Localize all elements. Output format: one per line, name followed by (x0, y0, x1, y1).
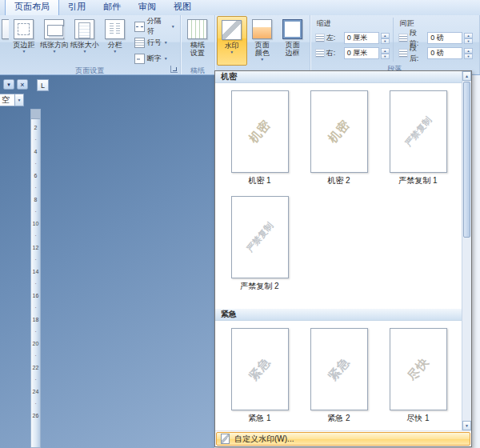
genko-settings-button[interactable]: 稿纸设置 (182, 16, 213, 66)
dropdown-arrow-icon: ▼ (171, 25, 175, 29)
spacing-before-icon (398, 34, 408, 42)
indent-left-spinner[interactable]: ▲ ▼ (381, 33, 390, 44)
watermark-item-label: 机密 1 (248, 175, 270, 186)
group-page-setup: 页边距 ▼ 纸张方向 ▼ 纸张大小 ▼ 分栏 ▼ 分隔符 (0, 15, 181, 74)
indent-right-input[interactable]: 0 厘米 (344, 47, 379, 59)
tab-references[interactable]: 引用 (59, 0, 94, 15)
tab-view[interactable]: 视图 (165, 0, 200, 15)
gallery-scroll-area: 机密机密机密 1机密机密 2严禁复制严禁复制 1严禁复制严禁复制 2紧急紧急紧急… (215, 71, 462, 430)
tab-stop-selector[interactable]: L (37, 79, 49, 91)
spacing-after-row: 段后: 0 磅 ▲ ▼ (398, 46, 473, 60)
watermark-button[interactable]: 水印 ▼ (217, 16, 247, 66)
line-numbers-label: 行号 (147, 38, 162, 48)
watermark-item[interactable]: 紧急紧急 2 (299, 326, 378, 426)
page-color-button[interactable]: 页面颜色 ▼ (247, 16, 278, 66)
spin-down-icon[interactable]: ▼ (381, 38, 390, 44)
breaks-button[interactable]: 分隔符 ▼ (133, 20, 177, 33)
text-direction-button[interactable] (2, 16, 9, 66)
spacing-after-icon (398, 49, 408, 58)
vertical-ruler[interactable]: 2·4·6·8·10·12·14·16·18·20·22·24·26 (30, 109, 41, 448)
document-area[interactable]: ▼ × L 空 ▼ 2·4·6·8·10·12·14·16·18·20·22·2… (0, 75, 214, 448)
pane-dropdown-button[interactable]: ▼ (3, 79, 14, 90)
watermark-thumbnail: 严禁复制 (390, 90, 447, 173)
watermark-item[interactable]: 紧急紧急 1 (220, 326, 299, 426)
indent-column: 缩进 左: 0 厘米 ▲ ▼ 右: 0 厘米 ▲ ▼ (315, 18, 390, 62)
watermark-item-label: 紧急 2 (327, 413, 350, 424)
custom-watermark-icon (221, 434, 230, 444)
indent-right-spinner[interactable]: ▲ ▼ (381, 48, 390, 59)
watermark-thumbnail: 紧急 (310, 328, 368, 410)
gallery-grid: 紧急紧急 1紧急紧急 2尽快尽快 1 (215, 321, 462, 430)
page-borders-button[interactable]: 页面边框 (278, 16, 308, 66)
spin-up-icon[interactable]: ▲ (381, 48, 390, 54)
ruler-number: 8 (34, 194, 38, 206)
ribbon: 页边距 ▼ 纸张方向 ▼ 纸张大小 ▼ 分栏 ▼ 分隔符 (0, 15, 480, 75)
spin-up-icon[interactable]: ▲ (381, 33, 390, 38)
spin-down-icon[interactable]: ▼ (381, 54, 390, 59)
ruler-number: 4 (34, 146, 38, 158)
ribbon-tab-bar: 页面布局 引用 邮件 审阅 视图 (0, 0, 480, 15)
dialog-launcher-icon[interactable] (170, 66, 178, 73)
columns-button[interactable]: 分栏 ▼ (100, 16, 130, 66)
ruler-tick: · (34, 134, 37, 146)
watermark-thumbnail: 严禁复制 (231, 196, 289, 278)
scroll-up-icon[interactable]: ▲ (462, 71, 471, 81)
spacing-before-input[interactable]: 0 磅 (427, 32, 462, 44)
margins-button[interactable]: 页边距 ▼ (9, 16, 39, 66)
watermark-text: 机密 (325, 117, 353, 146)
spacing-before-spinner[interactable]: ▲ ▼ (464, 33, 473, 44)
indent-left-input[interactable]: 0 厘米 (344, 32, 379, 44)
ruler-tick: · (34, 350, 37, 362)
watermark-button-label: 水印 (225, 42, 239, 50)
watermark-item[interactable]: 严禁复制严禁复制 1 (378, 88, 458, 189)
margins-icon (14, 19, 34, 39)
indent-left-row: 左: 0 厘米 ▲ ▼ (315, 31, 390, 45)
pane-close-button[interactable]: × (17, 79, 28, 90)
style-combo-value: 空 (0, 94, 14, 106)
paper-size-button[interactable]: 纸张大小 ▼ (70, 16, 100, 66)
ruler-number: 10 (33, 218, 39, 230)
watermark-item-label: 尽快 1 (406, 413, 429, 424)
group-page-background: 水印 ▼ 页面颜色 ▼ 页面边框 (215, 15, 310, 74)
scrollbar-thumb[interactable] (463, 82, 470, 238)
orientation-label: 纸张方向 (40, 41, 69, 49)
spin-up-icon[interactable]: ▲ (464, 48, 473, 54)
tab-mailings[interactable]: 邮件 (94, 0, 130, 15)
gallery-section-header: 紧急 (215, 309, 462, 321)
watermark-thumbnail: 机密 (231, 90, 289, 173)
spin-up-icon[interactable]: ▲ (464, 33, 473, 38)
gallery-section-header: 机密 (215, 71, 462, 83)
hyphenation-button[interactable]: 断字 ▼ (133, 52, 177, 65)
tab-review[interactable]: 审阅 (130, 0, 165, 15)
spin-down-icon[interactable]: ▼ (464, 54, 473, 59)
ruler-tick: · (34, 254, 37, 266)
indent-right-icon (315, 49, 325, 58)
tab-page-layout[interactable]: 页面布局 (5, 0, 59, 16)
style-combo[interactable]: 空 ▼ (0, 94, 24, 106)
watermark-item[interactable]: 机密机密 1 (220, 88, 299, 189)
page-setup-small-buttons: 分隔符 ▼ 行号 ▼ 断字 ▼ (130, 16, 178, 65)
ruler-number: 18 (33, 314, 39, 326)
ruler-number: 14 (33, 266, 39, 278)
spin-down-icon[interactable]: ▼ (464, 38, 473, 44)
ruler-number: 2 (34, 122, 38, 134)
watermark-item[interactable]: 机密机密 2 (299, 88, 378, 189)
custom-watermark-item[interactable]: 自定义水印(W)... (216, 432, 470, 446)
combo-dropdown-icon[interactable]: ▼ (14, 94, 23, 106)
genko-settings-label: 稿纸设置 (189, 41, 206, 57)
scroll-down-icon[interactable]: ▼ (462, 421, 471, 430)
gallery-scrollbar[interactable]: ▲ ▼ (462, 71, 471, 430)
watermark-item[interactable]: 尽快尽快 1 (378, 326, 458, 426)
ruler-number: 26 (33, 410, 39, 422)
watermark-text: 紧急 (246, 354, 274, 384)
spacing-after-input[interactable]: 0 磅 (427, 47, 462, 59)
indent-right-row: 右: 0 厘米 ▲ ▼ (315, 46, 390, 60)
breaks-label: 分隔符 (147, 16, 169, 37)
pane-controls: ▼ × (3, 79, 28, 90)
watermark-gallery: 机密机密机密 1机密机密 2严禁复制严禁复制 1严禁复制严禁复制 2紧急紧急紧急… (214, 70, 472, 447)
indent-left-icon (315, 34, 325, 42)
watermark-item[interactable]: 严禁复制严禁复制 2 (220, 194, 299, 294)
orientation-button[interactable]: 纸张方向 ▼ (39, 16, 70, 66)
line-numbers-button[interactable]: 行号 ▼ (133, 36, 177, 49)
spacing-after-spinner[interactable]: ▲ ▼ (464, 48, 473, 59)
